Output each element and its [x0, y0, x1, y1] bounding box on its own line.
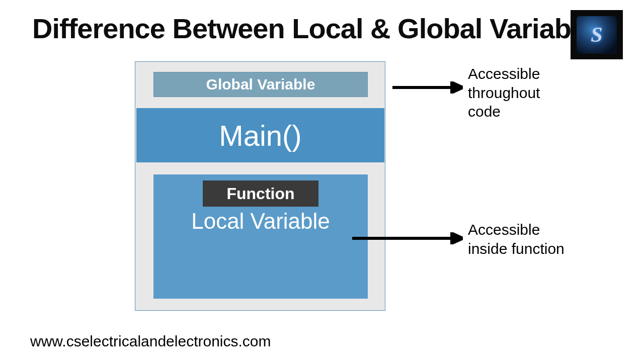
global-annotation-line1: Accessible: [468, 64, 540, 83]
main-function-box: Main(): [136, 108, 384, 162]
function-box: Function Local Variable: [153, 174, 368, 299]
arrow-global: [392, 81, 463, 94]
local-annotation-line2: inside function: [468, 239, 565, 258]
function-label: Function: [226, 185, 294, 203]
local-variable-label: Local Variable: [191, 209, 330, 234]
global-annotation-line3: code: [468, 102, 540, 121]
brand-logo-graphic: S: [577, 16, 617, 54]
svg-marker-3: [452, 233, 463, 243]
global-variable-box: Global Variable: [153, 72, 368, 97]
brand-logo-letter: S: [591, 23, 602, 47]
global-annotation-line2: throughout: [468, 83, 540, 103]
global-annotation: Accessible throughout code: [468, 64, 540, 121]
brand-logo: S: [571, 10, 623, 59]
function-label-box: Function: [203, 180, 318, 207]
diagram-outer-box: Global Variable Main() Function Local Va…: [135, 61, 385, 311]
local-annotation-line1: Accessible: [468, 220, 565, 239]
local-annotation: Accessible inside function: [468, 220, 565, 258]
svg-marker-1: [452, 82, 463, 93]
main-function-label: Main(): [219, 119, 301, 152]
website-url: www.cselectricalandelectronics.com: [30, 333, 271, 350]
global-variable-label: Global Variable: [206, 76, 315, 93]
page-title: Difference Between Local & Global Variab…: [32, 12, 594, 45]
arrow-local: [352, 232, 463, 244]
